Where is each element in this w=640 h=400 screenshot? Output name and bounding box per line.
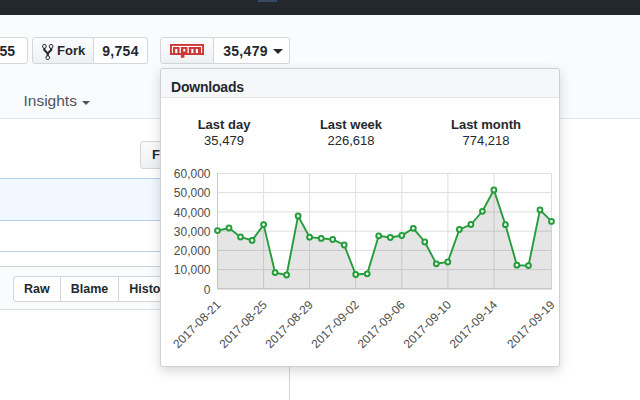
svg-text:2017-08-21: 2017-08-21 <box>170 297 224 351</box>
svg-text:2017-09-14: 2017-09-14 <box>447 297 501 351</box>
svg-text:2017-09-06: 2017-09-06 <box>355 297 409 351</box>
svg-text:2017-08-25: 2017-08-25 <box>216 297 270 351</box>
svg-text:30,000: 30,000 <box>174 225 211 239</box>
svg-text:60,000: 60,000 <box>174 167 211 181</box>
svg-text:40,000: 40,000 <box>174 206 211 220</box>
svg-text:50,000: 50,000 <box>174 186 211 200</box>
svg-text:20,000: 20,000 <box>174 244 211 258</box>
svg-text:2017-09-10: 2017-09-10 <box>401 297 455 351</box>
svg-text:2017-08-29: 2017-08-29 <box>262 297 316 351</box>
svg-text:0: 0 <box>204 283 211 297</box>
svg-text:10,000: 10,000 <box>174 263 211 277</box>
svg-text:2017-09-02: 2017-09-02 <box>309 297 363 351</box>
svg-text:2017-09-19: 2017-09-19 <box>504 297 558 351</box>
